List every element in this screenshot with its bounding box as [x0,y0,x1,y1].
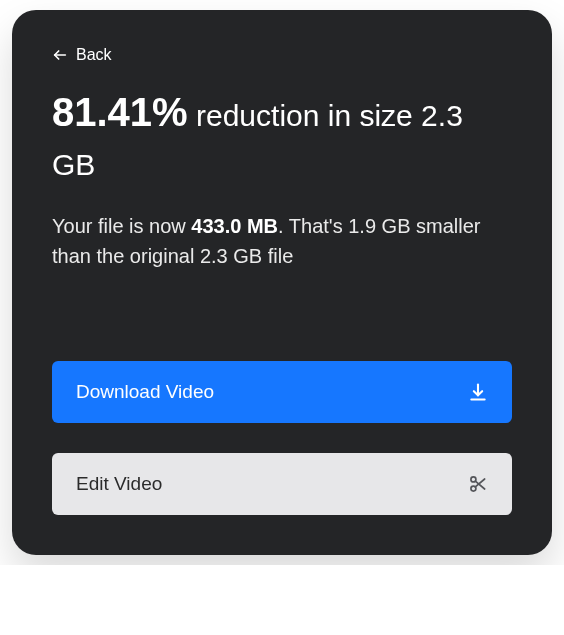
edit-button-label: Edit Video [76,473,162,495]
download-icon [468,382,488,402]
back-label: Back [76,46,112,64]
result-card: Back 81.41% reduction in size 2.3 GB You… [12,10,552,555]
desc-part1: Your file is now [52,215,191,237]
download-button-label: Download Video [76,381,214,403]
download-video-button[interactable]: Download Video [52,361,512,423]
new-file-size: 433.0 MB [191,215,278,237]
edit-video-button[interactable]: Edit Video [52,453,512,515]
back-button[interactable]: Back [52,46,112,64]
arrow-left-icon [52,47,68,63]
scissors-icon [468,474,488,494]
description: Your file is now 433.0 MB. That's 1.9 GB… [52,211,512,271]
headline: 81.41% reduction in size 2.3 GB [52,82,512,187]
reduction-percent: 81.41% [52,90,188,134]
